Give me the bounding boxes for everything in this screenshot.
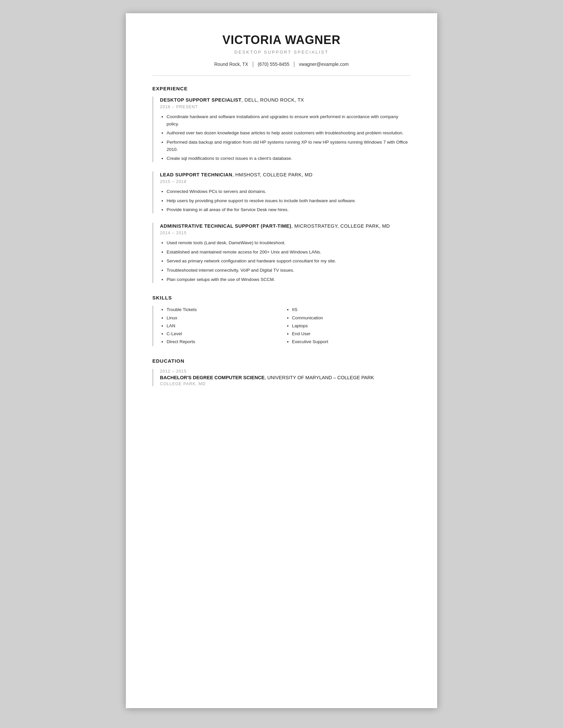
bullet-item: Plan computer setups with the use of Win… (166, 276, 411, 283)
job-bullets-3: Used remote tools (Land desk, DameWave) … (160, 239, 411, 283)
bullet-item: Connected Windows PCs to servers and dom… (166, 188, 411, 195)
job-bullets-2: Connected Windows PCs to servers and dom… (160, 188, 411, 213)
skills-section: SKILLS Trouble Tickets Linux LAN C-Level… (152, 295, 411, 346)
bullet-item: Performed data backup and migration from… (166, 139, 411, 153)
education-section: EDUCATION 2012 – 2015 BACHELOR'S DEGREE … (152, 358, 411, 386)
skill-item: End User (292, 330, 411, 338)
job-header-3: ADMINISTRATIVE TECHNICAL SUPPORT (PART-T… (160, 223, 411, 229)
experience-section: EXPERIENCE DESKTOP SUPPORT SPECIALIST, D… (152, 86, 411, 283)
skill-item: IIS (292, 306, 411, 314)
header-section: VICTORIA WAGNER DESKTOP SUPPORT SPECIALI… (152, 33, 411, 68)
skills-grid: Trouble Tickets Linux LAN C-Level Direct… (160, 306, 411, 346)
job-company-1: , DELL, ROUND ROCK, TX (241, 97, 304, 103)
skills-section-title: SKILLS (152, 295, 411, 300)
job-company-2: , HMSHOST, COLLEGE PARK, MD (232, 172, 313, 177)
candidate-title: DESKTOP SUPPORT SPECIALIST (152, 50, 411, 55)
bullet-item: Coordinate hardware and software install… (166, 113, 411, 127)
edu-dates-1: 2012 – 2015 (160, 369, 411, 374)
job-dates-2: 2015 – 2018 (160, 179, 411, 184)
contact-location: Round Rock, TX (214, 62, 248, 67)
skill-item: Trouble Tickets (166, 306, 286, 314)
edu-degree-1: BACHELOR'S DEGREE COMPUTER SCIENCE, UNIV… (160, 375, 411, 380)
experience-item-3: ADMINISTRATIVE TECHNICAL SUPPORT (PART-T… (152, 223, 411, 283)
edu-school-1: , UNIVERSITY OF MARYLAND – COLLEGE PARK (264, 375, 374, 380)
job-header-1: DESKTOP SUPPORT SPECIALIST, DELL, ROUND … (160, 97, 411, 103)
skill-item: Executive Support (292, 338, 411, 346)
resume-document: VICTORIA WAGNER DESKTOP SUPPORT SPECIALI… (126, 13, 437, 708)
skill-item: Laptops (292, 322, 411, 330)
header-divider (152, 75, 411, 76)
job-header-2: LEAD SUPPORT TECHNICIAN, HMSHOST, COLLEG… (160, 171, 411, 178)
bullet-item: Troubleshooted internet connectivity, Vo… (166, 267, 411, 274)
experience-item-2: LEAD SUPPORT TECHNICIAN, HMSHOST, COLLEG… (152, 171, 411, 213)
bullet-item: Served as primary network configuration … (166, 257, 411, 265)
job-dates-3: 2014 – 2015 (160, 231, 411, 235)
job-bullets-1: Coordinate hardware and software install… (160, 113, 411, 162)
experience-section-title: EXPERIENCE (152, 86, 411, 91)
education-section-title: EDUCATION (152, 358, 411, 364)
contact-phone: (670) 555-8455 (258, 62, 290, 67)
skills-right: IIS Communication Laptops End User Execu… (286, 306, 411, 346)
skills-container: Trouble Tickets Linux LAN C-Level Direct… (152, 306, 411, 346)
bullet-item: Established and maintained remote access… (166, 249, 411, 256)
candidate-name: VICTORIA WAGNER (152, 33, 411, 47)
job-title-3: ADMINISTRATIVE TECHNICAL SUPPORT (PART-T… (160, 223, 292, 229)
bullet-item: Used remote tools (Land desk, DameWave) … (166, 239, 411, 247)
bullet-item: Authored over two dozen knowledge base a… (166, 129, 411, 137)
skills-left: Trouble Tickets Linux LAN C-Level Direct… (160, 306, 286, 346)
separator-1: | (252, 61, 254, 68)
contact-info: Round Rock, TX | (670) 555-8455 | vwagne… (152, 61, 411, 68)
skill-item: C-Level (166, 330, 286, 338)
bullet-item: Provide training in all areas of the for… (166, 206, 411, 213)
edu-location-1: COLLEGE PARK, MD (160, 382, 411, 386)
skill-item: Direct Reports (166, 338, 286, 346)
job-title-2: LEAD SUPPORT TECHNICIAN (160, 172, 232, 177)
job-company-3: , MICROSTRATEGY, COLLEGE PARK, MD (292, 223, 390, 229)
experience-item-1: DESKTOP SUPPORT SPECIALIST, DELL, ROUND … (152, 97, 411, 162)
edu-degree-bold-1: BACHELOR'S DEGREE COMPUTER SCIENCE (160, 375, 264, 380)
bullet-item: Help users by providing phone support to… (166, 197, 411, 205)
job-dates-1: 2018 – PRESENT (160, 105, 411, 109)
contact-email: vwagner@example.com (299, 62, 349, 67)
skill-item: Communication (292, 314, 411, 322)
skill-item: Linux (166, 314, 286, 322)
separator-2: | (294, 61, 295, 68)
job-title-1: DESKTOP SUPPORT SPECIALIST (160, 97, 241, 103)
skill-item: LAN (166, 322, 286, 330)
education-item-1: 2012 – 2015 BACHELOR'S DEGREE COMPUTER S… (152, 369, 411, 386)
bullet-item: Create sql modifications to correct issu… (166, 155, 411, 162)
